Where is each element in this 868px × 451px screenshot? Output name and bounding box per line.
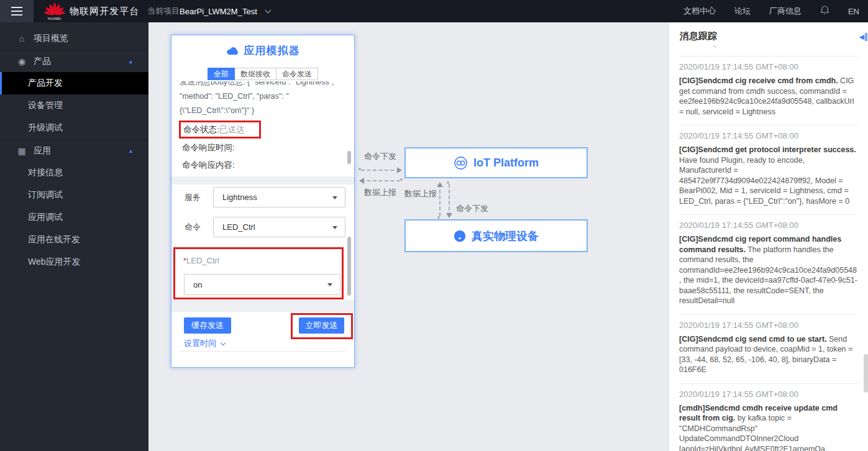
sidebar-item-product-dev[interactable]: 产品开发 — [0, 72, 148, 94]
chevron-down-icon — [221, 340, 226, 345]
trace-message: [CIG]Sendcmd cig send cmd to ue start. S… — [679, 334, 859, 375]
set-time-link[interactable]: 设置时间 — [184, 338, 225, 349]
sidebar-item-app-debug[interactable]: 应用调试 — [0, 206, 148, 229]
sidebar-item-project-overview[interactable]: ⌂项目概览 — [0, 27, 148, 50]
topbar-links: 文档中心论坛厂商信息 — [683, 6, 802, 17]
command-select-value: LED_Ctrl — [222, 222, 255, 232]
sidebar-item-label: 升级调试 — [28, 122, 63, 134]
trace-entry: 2020/01/19 17:14:55 GMT+08:00[CIG]Sendcm… — [679, 215, 859, 315]
tab-cmd-send[interactable]: 命令发送 — [276, 68, 318, 80]
topbar: HUAWEI 物联网开发平台 当前项目 BearPi_LWM2M_Test 文档… — [0, 0, 868, 22]
command-status-value: 已送达 — [219, 124, 245, 135]
response-content-label: 命令响应内容: — [182, 160, 235, 171]
message-trace-panel: 消息跟踪 ◀ ., 2020/01/19 17:14:55 GMT+08:00[… — [669, 22, 868, 451]
param-value: on — [193, 280, 202, 289]
project-selector[interactable]: BearPi_LWM2M_Test — [180, 0, 270, 22]
command-status-row: 命令状态: 已送达 — [179, 121, 261, 139]
command-select[interactable]: LED_Ctrl — [213, 217, 345, 237]
caret-down-icon — [332, 226, 337, 229]
clipped-log-text: ., — [713, 45, 716, 49]
trace-entry: 2020/01/19 17:14:55 GMT+08:00[cmdh]Sendc… — [679, 384, 859, 451]
sidebar-item-label: 应用调试 — [28, 212, 63, 223]
topbar-link-forum[interactable]: 论坛 — [734, 6, 751, 17]
huawei-logo-icon: HUAWEI — [45, 2, 65, 20]
simulator-title: 应用模拟器 — [171, 43, 354, 58]
message-trace-title: 消息跟踪 — [680, 30, 717, 42]
tab-all[interactable]: 全部 — [208, 68, 235, 80]
trace-message: [CIG]Sendcmd get protocol interpreter su… — [679, 145, 859, 206]
trace-message: [cmdh]Sendcmd cmdh receive update cmd re… — [679, 403, 859, 451]
apps-icon: ▦ — [16, 146, 28, 156]
tab-data-receive[interactable]: 数据接收 — [235, 68, 276, 80]
log-line-3: {\"LED_Ctrl\":\"on\"}" } — [180, 104, 344, 118]
iot-platform-node[interactable]: IoT Platform — [404, 147, 588, 178]
simulator-title-text: 应用模拟器 — [244, 43, 300, 58]
sidebar-item-web-app-dev[interactable]: Web应用开发 — [0, 251, 148, 273]
send-message-log: 发送消息body信息: { "serviceId": "Lightness", … — [180, 81, 344, 122]
panel-scrollbar-thumb[interactable] — [347, 237, 351, 296]
sidebar-item-app-online-dev[interactable]: 应用在线开发 — [0, 229, 148, 251]
hamburger-icon — [11, 11, 22, 12]
v-cmd-down-label: 命令下发 — [456, 203, 488, 214]
svg-text:HUAWEI: HUAWEI — [48, 17, 62, 20]
trace-timestamp: 2020/01/19 17:14:55 GMT+08:00 — [679, 131, 859, 140]
collapse-panel-button[interactable]: ◀ — [859, 33, 867, 41]
param-value-select[interactable]: on — [184, 274, 340, 295]
topbar-link-doc-center[interactable]: 文档中心 — [683, 6, 716, 17]
notification-bell-icon[interactable] — [820, 5, 829, 17]
caret-down-icon — [327, 283, 332, 286]
iot-platform-label: IoT Platform — [473, 157, 539, 170]
trace-message: [CIG]Sendcmd cig report command handles … — [679, 234, 859, 306]
sidebar-item-label: 产品 — [34, 56, 51, 67]
app-simulator-panel: 应用模拟器 全部数据接收命令发送 发送消息body信息: { "serviceI… — [171, 35, 355, 368]
inner-scrollbar-thumb[interactable] — [347, 151, 351, 164]
sidebar-item-product[interactable]: ◉产品▲ — [0, 50, 148, 72]
chevron-down-icon — [265, 7, 271, 13]
param-label: *LED_Ctrl — [183, 256, 219, 265]
cloud-icon — [226, 46, 240, 55]
trace-timestamp: 2020/01/19 17:14:55 GMT+08:00 — [679, 62, 859, 71]
product-icon: ◉ — [16, 57, 28, 66]
service-label: 服务 — [185, 192, 201, 203]
sidebar-item-application[interactable]: ▦应用▲ — [0, 139, 148, 162]
command-status-label: 命令状态: — [183, 124, 219, 135]
trace-timestamp: 2020/01/19 17:14:55 GMT+08:00 — [679, 390, 859, 399]
section-separator — [171, 300, 354, 312]
trace-timestamp: 2020/01/19 17:14:55 GMT+08:00 — [679, 321, 859, 330]
sidebar-item-label: 应用 — [34, 145, 51, 157]
section-separator — [171, 176, 354, 184]
sidebar-item-docking-info[interactable]: 对接信息 — [0, 162, 148, 184]
cache-send-button[interactable]: 缓存发送 — [184, 317, 231, 334]
sim-tabs: 全部数据接收命令发送 — [171, 68, 354, 80]
v-data-up-arrow — [439, 184, 441, 216]
service-select[interactable]: Lightness — [213, 187, 345, 207]
trace-message: [CIG]Sendcmd cig receive cmd from cmdh. … — [679, 76, 859, 117]
sidebar-item-label: 项目概览 — [34, 33, 68, 44]
sidebar-item-label: Web应用开发 — [28, 257, 81, 268]
trace-scrollbar-thumb[interactable] — [864, 354, 868, 393]
sidebar-item-device-mgmt[interactable]: 设备管理 — [0, 94, 148, 117]
menu-toggle-button[interactable] — [0, 0, 34, 22]
trace-entry: 2020/01/19 17:14:55 GMT+08:00[CIG]Sendcm… — [679, 125, 859, 215]
cmd-down-label: 命令下发 — [364, 151, 396, 162]
v-data-up-label: 数据上报 — [404, 188, 437, 199]
sidebar-menu: ⌂项目概览◉产品▲产品开发设备管理升级调试▦应用▲对接信息订阅调试应用调试应用在… — [0, 22, 148, 273]
sidebar-item-label: 设备管理 — [28, 100, 63, 111]
current-project-label: 当前项目 — [147, 0, 180, 22]
sidebar-item-label: 订阅调试 — [28, 189, 63, 201]
real-device-node[interactable]: 真实物理设备 — [404, 219, 588, 252]
language-switch[interactable]: EN — [848, 7, 859, 16]
project-name: BearPi_LWM2M_Test — [180, 7, 257, 16]
topbar-link-vendor-info[interactable]: 厂商信息 — [769, 6, 802, 17]
log-line-2: "method": "LED_Ctrl", "paras": " — [180, 89, 344, 104]
v-cmd-down-arrow — [449, 184, 450, 216]
send-now-button[interactable]: 立即发送 — [299, 317, 344, 334]
log-line-clipped: 发送消息body信息: { "serviceId": "Lightness", — [180, 81, 344, 89]
sidebar-item-upgrade-debug[interactable]: 升级调试 — [0, 117, 148, 139]
service-select-value: Lightness — [222, 193, 257, 202]
sidebar-item-subscription-debug[interactable]: 订阅调试 — [0, 184, 148, 206]
data-up-arrow — [361, 180, 400, 181]
app-title: 物联网开发平台 — [70, 0, 139, 22]
trace-entry: 2020/01/19 17:14:55 GMT+08:00[CIG]Sendcm… — [679, 57, 859, 125]
data-up-label: 数据上报 — [364, 187, 396, 198]
